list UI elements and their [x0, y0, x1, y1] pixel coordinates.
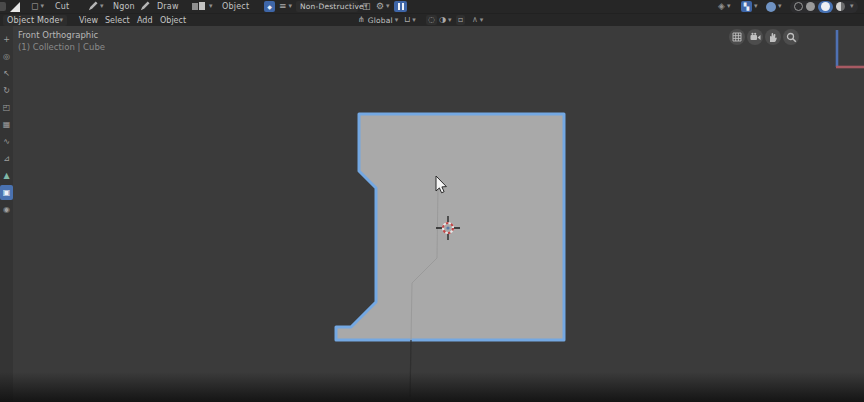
camera-view-button[interactable]	[747, 29, 763, 45]
pivot-point-button[interactable]: ▫	[456, 14, 465, 26]
interaction-mode-select[interactable]: Object Mode ▾	[3, 14, 67, 26]
chevron-down-icon: ▾	[60, 17, 64, 24]
shape-select-dropdown[interactable]: ◻ ▾	[31, 0, 44, 13]
transform-tool-button[interactable]: ▦	[0, 117, 13, 132]
snap-toggle-dropdown[interactable]: ⊔ ▾	[404, 14, 416, 26]
tool-header: ◻ ▾ Cut ▾ Ngon Draw	[0, 0, 864, 13]
chevron-down-icon: ▾	[727, 3, 731, 10]
magnifier-icon	[786, 32, 797, 43]
ortho-grid-button[interactable]	[729, 29, 745, 45]
monitor-icon: ◫	[362, 2, 371, 11]
magnet-icon: ⊔	[404, 16, 410, 24]
pan-view-button[interactable]	[765, 29, 781, 45]
gizmo-icon: ◈	[718, 2, 725, 11]
camera-icon	[750, 32, 761, 42]
proportional-toggle-icon[interactable]: ◌	[426, 15, 437, 25]
ngon-tool-dropdown[interactable]: ▾	[87, 0, 104, 13]
object-mode-label[interactable]: Object	[222, 0, 249, 13]
display-toggle-button[interactable]: ◫	[362, 0, 371, 13]
extra-tool-button[interactable]: ◉	[0, 202, 13, 217]
shading-mode-group: ▾	[790, 0, 858, 13]
chevron-down-icon: ▾	[395, 17, 399, 24]
view-name-label: Front Orthographic	[18, 30, 98, 40]
zoom-view-button[interactable]	[783, 29, 799, 45]
addon-logo-button[interactable]: ◆	[264, 0, 275, 13]
falloff-dropdown[interactable]: ∧ ▾	[472, 14, 483, 26]
move-tool-button[interactable]: ↖	[0, 66, 13, 81]
select-tool-button[interactable]: +	[0, 32, 13, 47]
boxcutter-tool-button[interactable]: ▣	[0, 185, 13, 200]
add-object-tool-button[interactable]: ▲	[0, 168, 13, 183]
overlays-icon: ▚	[741, 1, 752, 12]
menu-select[interactable]: Select	[100, 14, 135, 26]
xray-sphere-icon	[766, 2, 776, 12]
menu-add[interactable]: Add	[132, 14, 158, 26]
annotate-tool-button[interactable]: ∿	[0, 134, 13, 149]
clipped-icon	[0, 2, 6, 11]
bottom-vignette	[0, 372, 864, 402]
blender-window: ◻ ▾ Cut ▾ Ngon Draw	[0, 0, 864, 402]
cut-mode-label[interactable]: Cut	[55, 0, 69, 13]
active-shape-tool-button[interactable]	[10, 0, 20, 13]
measure-tool-button[interactable]: ⊿	[0, 151, 13, 166]
chevron-down-icon: ▾	[754, 3, 758, 10]
transform-orientation-select[interactable]: ⋔ Global ▾	[358, 14, 398, 26]
collection-breadcrumb: (1) Collection | Cube	[18, 42, 105, 52]
pause-toggle-button[interactable]	[394, 0, 407, 13]
draw-tool-button[interactable]	[139, 0, 150, 13]
menu-view[interactable]: View	[74, 14, 103, 26]
proportional-edit-group: ◌ ◑ ▾	[426, 14, 451, 26]
chevron-down-icon: ▾	[412, 17, 416, 24]
interaction-mode-value: Object Mode	[7, 16, 60, 25]
chevron-down-icon: ▾	[40, 3, 44, 10]
xray-toggle-dropdown[interactable]: ▾	[766, 0, 782, 13]
chevron-down-icon: ▾	[480, 17, 484, 24]
menu-object[interactable]: Object	[155, 14, 191, 26]
cursor-tool-button[interactable]: ◎	[0, 49, 13, 64]
chevron-down-icon: ▾	[289, 3, 293, 10]
chevron-down-icon[interactable]: ▾	[448, 17, 452, 24]
falloff-curve-icon: ∧	[472, 16, 478, 24]
boxes-icon	[191, 1, 207, 12]
material-sphere-icon	[821, 2, 830, 11]
pen-icon	[87, 1, 98, 12]
axes-icon: ⋔	[358, 16, 365, 24]
grid-icon	[732, 32, 742, 42]
rotate-tool-button[interactable]: ↻	[0, 83, 13, 98]
chevron-down-icon: ▾	[778, 3, 782, 10]
chevron-down-icon[interactable]: ▾	[850, 3, 854, 10]
draw-label[interactable]: Draw	[157, 0, 179, 13]
chevron-down-icon: ▾	[100, 3, 104, 10]
shading-rendered-button[interactable]	[836, 2, 845, 11]
pivot-icon: ▫	[456, 15, 465, 25]
hand-icon	[768, 32, 778, 43]
presets-dropdown[interactable]: ≡ ▾	[279, 0, 292, 13]
ngon-label[interactable]: Ngon	[113, 0, 135, 13]
chevron-down-icon: ▾	[386, 3, 390, 10]
settings-dropdown[interactable]: ⚙ ▾	[376, 0, 390, 13]
object-type-dropdown[interactable]: ▾	[191, 0, 213, 13]
shape-box-icon: ◻	[31, 2, 38, 11]
proportional-half-icon[interactable]: ◑	[439, 16, 446, 24]
shading-wireframe-button[interactable]	[794, 2, 803, 11]
overlays-toggle-dropdown[interactable]: ▚ ▾	[741, 0, 758, 13]
triangle-blade-icon	[10, 2, 20, 12]
orientation-value: Global	[368, 16, 393, 25]
destructive-mode-value: Non-Destructive	[300, 2, 364, 11]
menu-bar: Object Mode ▾ View Select Add Object ⋔ G…	[0, 13, 864, 26]
addon-logo-icon: ◆	[264, 1, 275, 12]
menu-icon: ≡	[279, 2, 287, 11]
pen-icon	[139, 1, 150, 12]
gizmos-dropdown[interactable]: ◈ ▾	[718, 0, 730, 13]
shading-solid-button[interactable]	[806, 2, 815, 11]
clipped-tool-icon[interactable]	[0, 0, 6, 13]
pause-icon	[394, 1, 407, 12]
chevron-down-icon: ▾	[209, 3, 213, 10]
scale-tool-button[interactable]: ◰	[0, 100, 13, 115]
toolbar-column: + ◎ ↖ ↻ ◰ ▦ ∿ ⊿ ▲ ▣ ◉	[0, 26, 13, 402]
destructive-mode-dropdown[interactable]: Non-Destructive ▾	[296, 0, 358, 13]
shading-material-button[interactable]	[818, 1, 833, 13]
gear-icon: ⚙	[376, 2, 384, 11]
